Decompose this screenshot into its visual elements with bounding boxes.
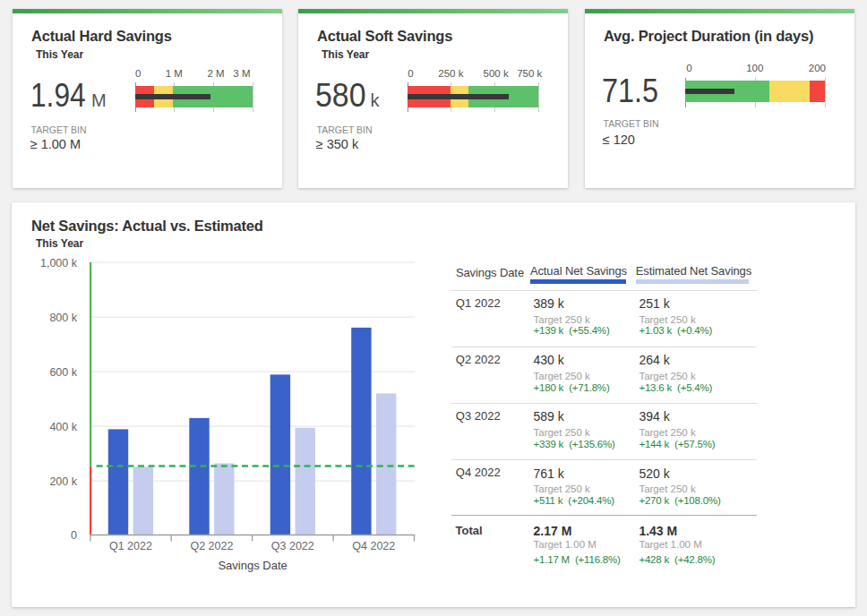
svg-text:400 k: 400 k	[49, 421, 77, 433]
svg-text:800 k: 800 k	[49, 312, 77, 324]
svg-text:Q4 2022: Q4 2022	[352, 540, 395, 552]
svg-text:Q2 2022: Q2 2022	[190, 540, 233, 552]
svg-text:Savings Date: Savings Date	[218, 559, 287, 572]
svg-text:1,000 k: 1,000 k	[40, 257, 78, 270]
svg-text:600 k: 600 k	[49, 366, 77, 379]
svg-text:200 k: 200 k	[49, 475, 77, 488]
svg-text:Q3 2022: Q3 2022	[271, 540, 314, 552]
svg-text:Q1 2022: Q1 2022	[109, 540, 152, 552]
svg-text:0: 0	[71, 529, 77, 542]
